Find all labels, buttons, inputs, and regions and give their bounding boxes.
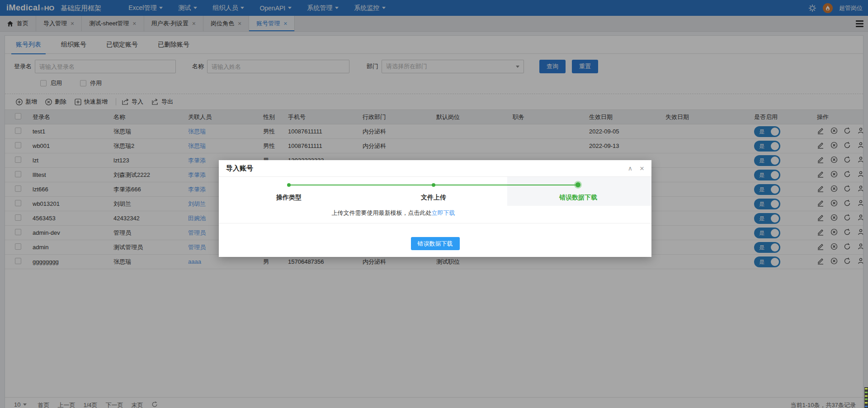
- dialog-header: 导入账号 ∧ ×: [219, 160, 651, 177]
- step-dot: [432, 183, 435, 187]
- step-file-upload: 文件上传: [421, 194, 446, 202]
- dialog-footer: 错误数据下载: [219, 223, 651, 250]
- import-account-dialog: 导入账号 ∧ × 操作类型 文件上传 错误数据下载 上传文件需要使用最新模板，点…: [219, 160, 651, 257]
- collapse-icon[interactable]: ∧: [628, 165, 632, 171]
- step-operation-type: 操作类型: [276, 194, 302, 202]
- close-icon[interactable]: ×: [640, 165, 644, 172]
- step-error-download: 错误数据下载: [559, 194, 597, 202]
- application-window: iMedical®HO 基础应用框架 Excel管理 测试 组织人员 OpenA…: [0, 0, 868, 408]
- stepper: 操作类型 文件上传 错误数据下载: [219, 177, 651, 206]
- scrollbar-marks[interactable]: [864, 387, 868, 408]
- dialog-title: 导入账号: [226, 164, 253, 173]
- template-note: 上传文件需要使用最新模板，点击此处立即下载: [219, 206, 568, 220]
- step-dot: [287, 183, 291, 187]
- error-data-download-button[interactable]: 错误数据下载: [411, 237, 460, 250]
- download-template-link[interactable]: 立即下载: [432, 209, 455, 216]
- step-dot-current: [576, 182, 580, 187]
